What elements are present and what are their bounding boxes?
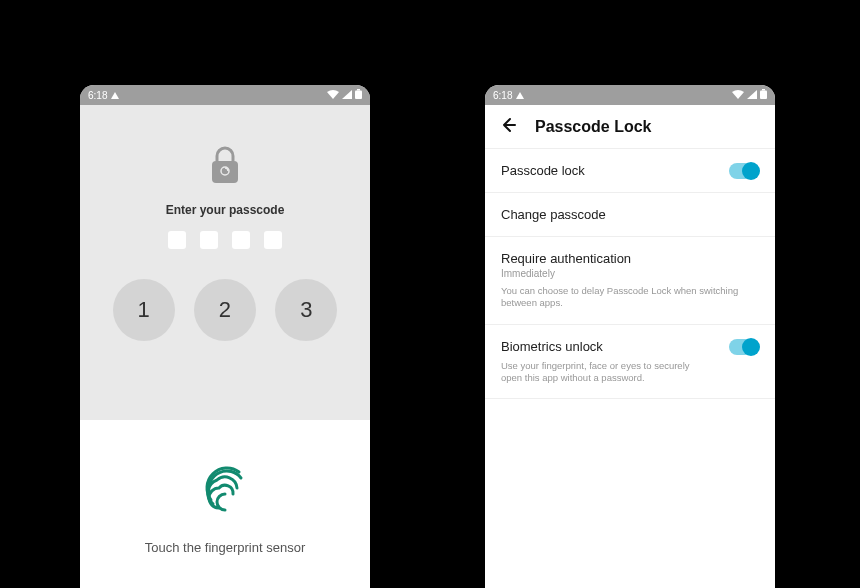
key-1[interactable]: 1 [113,279,175,341]
warning-icon [111,92,119,99]
svg-rect-4 [762,89,765,91]
fingerprint-icon[interactable] [197,460,253,516]
row-label: Passcode lock [501,163,759,178]
svg-rect-5 [760,91,767,100]
app-bar: Passcode Lock [485,105,775,149]
pin-box [200,231,218,249]
wifi-icon [327,90,339,101]
row-label: Biometrics unlock [501,339,759,354]
pin-box [232,231,250,249]
row-change-passcode[interactable]: Change passcode [485,193,775,237]
lock-icon [208,145,242,185]
page-title: Passcode Lock [535,118,652,136]
key-3[interactable]: 3 [275,279,337,341]
pin-box [168,231,186,249]
row-label: Require authentication [501,251,759,266]
key-2[interactable]: 2 [194,279,256,341]
status-bar: 6:18 [80,85,370,105]
row-subtitle: Immediately [501,268,759,279]
toggle-biometrics[interactable] [729,339,759,355]
status-time: 6:18 [88,90,107,101]
battery-icon [355,89,362,101]
passcode-input[interactable] [80,231,370,249]
row-label: Change passcode [501,207,759,222]
svg-rect-1 [355,91,362,100]
row-biometrics[interactable]: Biometrics unlock Use your fingerprint, … [485,325,775,400]
passcode-screen: Enter your passcode 1 2 3 [80,105,370,341]
wifi-icon [732,90,744,101]
svg-rect-2 [212,161,238,183]
row-passcode-lock[interactable]: Passcode lock [485,149,775,193]
row-require-auth[interactable]: Require authentication Immediately You c… [485,237,775,325]
row-help: You can choose to delay Passcode Lock wh… [501,285,759,310]
fingerprint-sheet: Touch the fingerprint sensor [80,420,370,588]
status-time: 6:18 [493,90,512,101]
phone-passcode: 6:18 Enter your passcode 1 2 3 [80,85,370,588]
toggle-passcode-lock[interactable] [729,163,759,179]
battery-icon [760,89,767,101]
signal-icon [747,90,757,101]
back-icon[interactable] [499,116,517,138]
fingerprint-prompt: Touch the fingerprint sensor [80,540,370,555]
keypad: 1 2 3 [80,279,370,341]
svg-rect-0 [357,89,360,91]
pin-box [264,231,282,249]
phone-settings: 6:18 Passcode Lock Passcode lock Change … [485,85,775,588]
signal-icon [342,90,352,101]
passcode-prompt: Enter your passcode [80,203,370,217]
row-help: Use your fingerprint, face or eyes to se… [501,360,701,385]
warning-icon [516,92,524,99]
status-bar: 6:18 [485,85,775,105]
